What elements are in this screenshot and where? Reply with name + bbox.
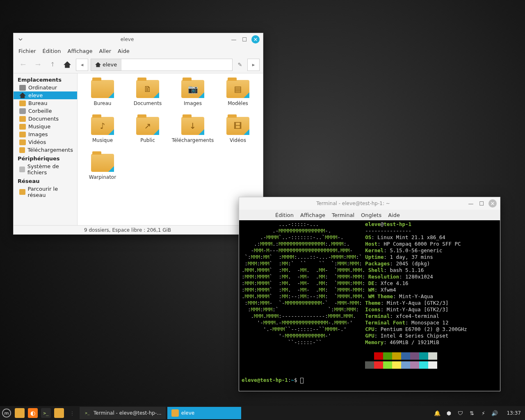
power-icon[interactable]: ⚡ [479,409,487,417]
folder-icon: 🎞 [226,117,249,135]
term-menu-onglets[interactable]: Onglets [361,212,381,218]
volume-icon[interactable]: 🔊 [491,409,498,417]
folder-icon [19,100,26,106]
sidebar-item-label: Corbeille [28,108,52,114]
folder-images[interactable]: 📷Images [170,80,215,117]
notifications-icon[interactable]: 🔔 [434,409,441,417]
launcher-firefox[interactable]: ◐ [26,406,39,420]
maximize-button[interactable]: ☐ [241,36,248,43]
folder-label: Téléchargements [170,137,215,143]
path-next-button[interactable]: ▸ [247,59,260,71]
path-prev-button[interactable]: ◂ [76,59,88,71]
sidebar-item-label: Vidéos [28,139,46,145]
folder-public[interactable]: ↗Public [125,117,170,154]
sidebar-item-documents[interactable]: Documents [14,115,77,123]
fm-statusbar: 9 dossiers, Espace libre : 206,1 GiB [14,225,263,234]
menu-aide[interactable]: Aide [118,48,130,54]
close-button[interactable]: ✕ [251,35,260,43]
folder-icon [91,154,114,172]
terminal-body[interactable]: ...-:::::-... eleve@test-hp-1 .-MMMMMMMM… [239,220,500,391]
shield-icon[interactable]: 🛡 [457,409,464,417]
folder-documents[interactable]: 🗎Documents [125,80,170,117]
home-button[interactable] [61,59,73,71]
sidebar-item-eleve[interactable]: eleve [14,91,77,99]
minimize-button[interactable]: — [230,36,237,43]
home-icon [19,93,26,98]
term-titlebar[interactable]: Terminal - eleve@test-hp-1: ~ — ☐ ✕ [239,197,500,210]
menu-edition[interactable]: Édition [43,48,61,54]
task-label: Terminal - eleve@test-hp-... [94,410,162,416]
forward-button[interactable]: 🡒 [32,59,44,71]
sidebar-devices-header: Périphériques [14,154,77,162]
term-menu-terminal[interactable]: Terminal [332,212,354,218]
close-button[interactable]: ✕ [488,199,497,208]
show-desktop-button[interactable] [13,406,26,420]
system-tray: 🔔 ⬢ 🛡 ⇅ ⚡ 🔊 [429,409,502,417]
fs-icon [19,167,25,172]
sidebar-item-label: Parcourir le réseau [28,186,73,198]
sidebar-item-téléchargements[interactable]: Téléchargements [14,146,77,154]
folder-label: Vidéos [215,137,260,143]
folder-icon: ♪ [91,117,114,135]
sidebar-places-header: Emplacements [14,75,77,84]
sidebar-item-bureau[interactable]: Bureau [14,99,77,107]
panel-separator: ⋮ [66,406,79,420]
up-button[interactable]: 🡑 [46,59,59,71]
folder-icon [19,124,26,130]
trash-icon [19,108,26,114]
sidebar-item-vidéos[interactable]: Vidéos [14,138,77,146]
menu-aller[interactable]: Aller [99,48,111,54]
term-menu-edition[interactable]: Édition [275,212,294,218]
terminal-window: Terminal - eleve@test-hp-1: ~ — ☐ ✕ Édit… [239,197,500,391]
pathbar[interactable]: eleve [91,59,233,71]
term-menubar: Édition Affichage Terminal Onglets Aide [239,210,500,220]
minimize-button[interactable]: — [467,200,475,207]
updates-icon[interactable]: ⬢ [445,409,452,417]
sidebar-item-système-de-fichiers[interactable]: Système de fichiers [14,162,77,176]
folder-téléchargements[interactable]: ↓Téléchargements [170,117,215,154]
folder-icon [19,147,25,153]
panel-clock[interactable]: 13:37 [502,410,525,416]
file-manager-window: eleve — ☐ ✕ Fichier Édition Affichage Al… [13,33,263,235]
menu-affichage[interactable]: Affichage [67,48,92,54]
terminal-icon: >_ [84,409,91,417]
folder-icon [19,132,26,137]
sidebar-item-images[interactable]: Images [14,130,77,138]
launcher-files[interactable] [52,406,66,420]
start-menu-button[interactable]: m [0,406,13,420]
term-title: Terminal - eleve@test-hp-1: ~ [242,201,464,206]
sidebar-item-label: Musique [28,123,50,130]
folder-warpinator[interactable]: Warpinator [80,154,125,191]
sidebar-item-label: Ordinateur [28,84,57,91]
edit-path-button[interactable]: ✎ [235,59,245,71]
sidebar-item-label: Images [28,131,48,137]
folder-label: Documents [125,100,170,106]
folder-modèles[interactable]: ▤Modèles [215,80,260,117]
folder-musique[interactable]: ♪Musique [80,117,125,154]
folder-icon [19,139,26,145]
sidebar-item-musique[interactable]: Musique [14,123,77,130]
sidebar-item-ordinateur[interactable]: Ordinateur [14,84,77,91]
taskbar-task[interactable]: >_Terminal - eleve@test-hp-... [80,407,166,419]
back-button[interactable]: 🡐 [17,59,29,71]
path-segment-home[interactable]: eleve [91,59,121,71]
sidebar-item-corbeille[interactable]: Corbeille [14,107,77,115]
folder-bureau[interactable]: Bureau [80,80,125,117]
menu-fichier[interactable]: Fichier [18,48,36,54]
folder-label: Images [170,100,215,106]
sidebar-item-parcourir-le-réseau[interactable]: Parcourir le réseau [14,185,77,199]
term-menu-affichage[interactable]: Affichage [300,212,325,218]
taskbar-task[interactable]: eleve [167,407,241,419]
maximize-button[interactable]: ☐ [478,200,485,207]
network-icon[interactable]: ⇅ [468,409,475,417]
folder-label: Bureau [80,100,125,106]
launcher-terminal[interactable]: >_ [39,406,52,420]
folder-vidéos[interactable]: 🎞Vidéos [215,117,260,154]
fm-titlebar[interactable]: eleve — ☐ ✕ [14,33,263,46]
fm-menu-icon[interactable] [17,36,24,43]
fm-iconview[interactable]: Bureau🗎Documents📷Images▤Modèles♪Musique↗… [78,73,263,225]
term-menu-aide[interactable]: Aide [388,212,400,218]
folder-label: Public [125,137,170,143]
folder-label: Warpinator [80,174,125,180]
folder-icon: 📷 [181,80,204,98]
